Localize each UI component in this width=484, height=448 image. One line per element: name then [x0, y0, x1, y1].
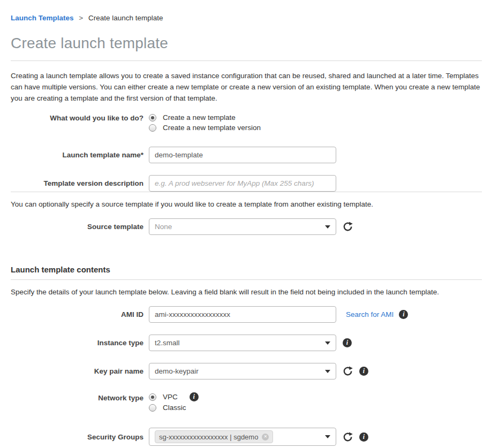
- ami-id-input[interactable]: [149, 306, 336, 323]
- what-label: What would you like to do?: [11, 113, 149, 123]
- breadcrumb-link-launch-templates[interactable]: Launch Templates: [11, 14, 74, 22]
- radio-option-classic[interactable]: Classic: [149, 404, 199, 412]
- key-pair-value: demo-keypair: [155, 367, 321, 375]
- security-group-chip: sg-xxxxxxxxxxxxxxxxx | sgdemo: [155, 430, 273, 443]
- radio-option-label: VPC: [163, 393, 178, 401]
- row-key-pair-name: Key pair name demo-keypair: [11, 363, 482, 379]
- row-instance-type: Instance type t2.small: [11, 335, 482, 351]
- instance-type-select[interactable]: t2.small: [149, 335, 336, 351]
- contents-note: Specify the details of your launch templ…: [11, 286, 482, 298]
- ami-id-label: AMI ID: [11, 310, 149, 319]
- radio-unselected-icon[interactable]: [149, 124, 156, 132]
- row-source-template: Source template None: [11, 218, 482, 235]
- intro-text: Creating a launch template allows you to…: [11, 70, 482, 104]
- create-launch-template-page: Launch Templates > Create launch templat…: [0, 0, 484, 448]
- row-what-would-you-like: What would you like to do? Create a new …: [11, 113, 482, 132]
- row-launch-template-name: Launch template name*: [11, 147, 482, 163]
- instance-type-value: t2.small: [155, 339, 321, 347]
- refresh-icon[interactable]: [343, 432, 353, 442]
- radio-selected-icon[interactable]: [149, 393, 156, 401]
- search-for-ami-link[interactable]: Search for AMI: [346, 310, 394, 318]
- launch-template-name-label: Launch template name*: [11, 150, 149, 160]
- source-template-value: None: [155, 223, 321, 231]
- instance-type-label: Instance type: [11, 338, 149, 347]
- chevron-down-icon: [325, 225, 330, 229]
- key-pair-name-label: Key pair name: [11, 367, 149, 376]
- refresh-icon[interactable]: [343, 222, 353, 232]
- heading-divider: [11, 279, 482, 280]
- security-groups-select[interactable]: sg-xxxxxxxxxxxxxxxxx | sgdemo: [149, 428, 336, 446]
- source-template-note: You can optionally specify a source temp…: [11, 199, 482, 210]
- info-icon[interactable]: [343, 338, 352, 347]
- row-security-groups: Security Groups sg-xxxxxxxxxxxxxxxxx | s…: [11, 428, 482, 446]
- key-pair-select[interactable]: demo-keypair: [149, 363, 336, 379]
- radio-option-label: Classic: [163, 404, 186, 412]
- radio-option-label: Create a new template: [163, 113, 236, 122]
- launch-template-name-input[interactable]: [149, 147, 336, 163]
- section-heading-launch-template-contents: Launch template contents: [11, 265, 482, 274]
- remove-chip-icon[interactable]: [262, 434, 269, 441]
- row-template-version-description: Template version description: [11, 175, 482, 192]
- row-network-type: Network type VPC Classic: [11, 392, 482, 412]
- breadcrumb-separator: >: [79, 14, 83, 22]
- network-type-label: Network type: [11, 392, 149, 403]
- template-version-description-label: Template version description: [11, 179, 149, 188]
- info-icon[interactable]: [359, 367, 368, 376]
- chevron-down-icon: [325, 341, 330, 345]
- security-group-chip-label: sg-xxxxxxxxxxxxxxxxx | sgdemo: [159, 433, 258, 441]
- radio-option-create-new-template[interactable]: Create a new template: [149, 113, 261, 122]
- radio-option-label: Create a new template version: [163, 124, 261, 132]
- section-divider: [11, 192, 482, 192]
- radio-selected-icon[interactable]: [149, 114, 156, 122]
- row-ami-id: AMI ID Search for AMI: [11, 306, 482, 323]
- source-template-label: Source template: [11, 222, 149, 231]
- template-version-description-input[interactable]: [149, 175, 336, 192]
- source-template-select[interactable]: None: [149, 218, 336, 235]
- network-type-radio-group: VPC Classic: [149, 392, 199, 412]
- refresh-icon[interactable]: [343, 366, 353, 376]
- breadcrumb: Launch Templates > Create launch templat…: [11, 14, 482, 22]
- radio-option-create-new-template-version[interactable]: Create a new template version: [149, 124, 261, 132]
- breadcrumb-current: Create launch template: [88, 14, 163, 22]
- what-radio-group: Create a new template Create a new templ…: [149, 113, 261, 132]
- radio-unselected-icon[interactable]: [149, 404, 156, 412]
- page-title: Create launch template: [11, 35, 482, 52]
- info-icon[interactable]: [190, 392, 199, 401]
- title-divider: [11, 60, 482, 61]
- info-icon[interactable]: [359, 432, 368, 442]
- chevron-down-icon: [325, 435, 330, 438]
- chevron-down-icon: [325, 370, 330, 373]
- security-groups-label: Security Groups: [11, 432, 149, 442]
- radio-option-vpc[interactable]: VPC: [149, 392, 199, 401]
- info-icon[interactable]: [399, 310, 408, 319]
